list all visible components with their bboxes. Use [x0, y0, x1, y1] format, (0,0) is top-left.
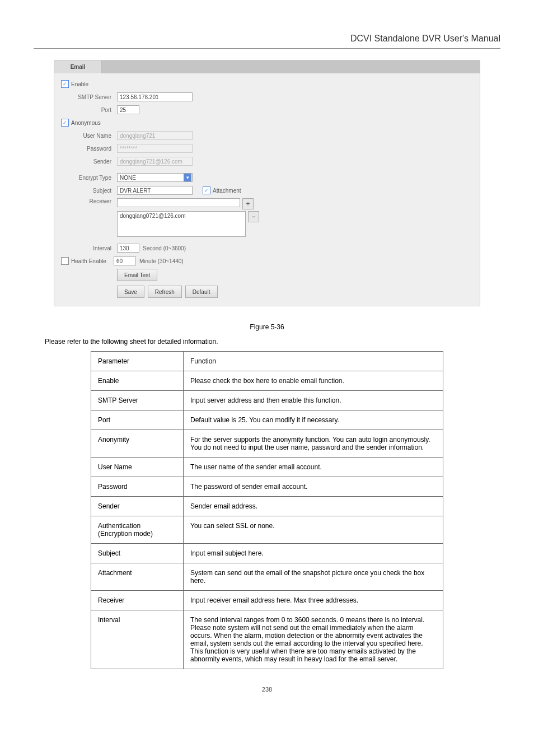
interval-unit: Second (0~3600)	[143, 245, 186, 251]
func-cell: Please check the box here to enable emai…	[184, 371, 443, 391]
param-cell: SMTP Server	[91, 391, 184, 410]
table-row: AnonymityFor the server supports the ano…	[91, 430, 443, 458]
table-row: SenderSender email address.	[91, 497, 443, 516]
subject-label: Subject	[61, 188, 117, 194]
save-button[interactable]: Save	[117, 286, 144, 298]
param-cell: Receiver	[91, 591, 184, 610]
encrypt-label: Encrypt Type	[61, 175, 117, 181]
func-cell: Input server address and then enable thi…	[184, 391, 443, 410]
pass-label: Password	[61, 146, 117, 152]
param-cell: Authentication (Encryption mode)	[91, 516, 184, 544]
func-cell: For the server supports the anonymity fu…	[184, 430, 443, 458]
figure-caption: Figure 5-36	[0, 323, 534, 331]
param-cell: Attachment	[91, 563, 184, 591]
health-checkbox[interactable]	[61, 257, 69, 265]
table-row: AttachmentSystem can send out the email …	[91, 563, 443, 591]
refresh-button[interactable]: Refresh	[148, 286, 182, 298]
add-receiver-button[interactable]: +	[242, 198, 254, 209]
table-row: IntervalThe send interval ranges from 0 …	[91, 610, 443, 669]
param-cell: Sender	[91, 497, 184, 516]
func-cell: You can select SSL or none.	[184, 516, 443, 544]
receiver-input[interactable]	[117, 198, 240, 207]
tab-email[interactable]: Email	[54, 60, 102, 73]
func-cell: Input receiver email address here. Max t…	[184, 591, 443, 610]
table-row: SMTP ServerInput server address and then…	[91, 391, 443, 410]
table-row: PortDefault value is 25. You can modify …	[91, 410, 443, 430]
anon-checkbox[interactable]: ✓	[61, 119, 69, 127]
table-row: Authentication (Encryption mode)You can …	[91, 516, 443, 544]
param-cell: Password	[91, 477, 184, 497]
anon-row: ✓ Anonymous	[61, 118, 473, 128]
param-cell: Subject	[91, 544, 184, 563]
table-row: PasswordThe password of sender email acc…	[91, 477, 443, 497]
form-area: ✓ Enable SMTP Server Port ✓ Anonymous Us…	[54, 73, 480, 306]
func-cell: The send interval ranges from 0 to 3600 …	[184, 610, 443, 669]
func-cell: The user name of the sender email accoun…	[184, 458, 443, 477]
smtp-label: SMTP Server	[61, 94, 117, 100]
user-input[interactable]	[117, 131, 193, 140]
tab-spacer	[102, 60, 480, 73]
table-row: EnablePlease check the box here to enabl…	[91, 371, 443, 391]
page-number: 238	[0, 686, 534, 693]
table-row: SubjectInput email subject here.	[91, 544, 443, 563]
func-cell: Input email subject here.	[184, 544, 443, 563]
receiver-list[interactable]: dongqiang0721@126.com	[117, 211, 246, 237]
encrypt-select[interactable]	[117, 173, 193, 182]
tab-row: Email	[54, 60, 480, 73]
param-cell: Enable	[91, 371, 184, 391]
default-button[interactable]: Default	[185, 286, 218, 298]
receiver-label: Receiver	[61, 198, 117, 204]
sender-label: Sender	[61, 158, 117, 165]
attachment-label: Attachment	[213, 188, 241, 194]
email-config-screenshot: Email ✓ Enable SMTP Server Port ✓ Anonym…	[54, 60, 480, 306]
health-unit: Minute (30~1440)	[139, 258, 184, 264]
interval-label: Interval	[61, 245, 117, 251]
func-cell: The password of sender email account.	[184, 477, 443, 497]
port-input[interactable]	[117, 105, 139, 114]
func-cell: Sender email address.	[184, 497, 443, 516]
anon-label: Anonymous	[71, 120, 101, 126]
subject-input[interactable]	[117, 186, 193, 195]
page-header-title: DCVI Standalone DVR User's Manual	[0, 0, 534, 48]
health-input[interactable]	[114, 256, 136, 265]
sender-input[interactable]	[117, 157, 193, 166]
parameter-table: Parameter Function EnablePlease check th…	[91, 351, 443, 669]
enable-row: ✓ Enable	[61, 79, 473, 89]
chevron-down-icon[interactable]: ▾	[184, 174, 191, 181]
param-cell: Port	[91, 410, 184, 430]
enable-label: Enable	[71, 81, 88, 87]
smtp-input[interactable]	[117, 92, 193, 101]
enable-checkbox[interactable]: ✓	[61, 80, 69, 88]
intro-text: Please refer to the following sheet for …	[45, 338, 489, 346]
header-rule	[34, 48, 500, 49]
param-cell: User Name	[91, 458, 184, 477]
func-cell: System can send out the email of the sna…	[184, 563, 443, 591]
pass-input[interactable]	[117, 144, 193, 153]
param-cell: Anonymity	[91, 430, 184, 458]
health-label: Health Enable	[71, 258, 114, 264]
table-row: User NameThe user name of the sender ema…	[91, 458, 443, 477]
remove-receiver-button[interactable]: −	[248, 211, 259, 222]
interval-input[interactable]	[117, 244, 139, 253]
user-label: User Name	[61, 133, 117, 139]
attachment-checkbox[interactable]: ✓	[203, 186, 210, 194]
port-label: Port	[61, 107, 117, 113]
param-cell: Interval	[91, 610, 184, 669]
email-test-button[interactable]: Email Test	[117, 269, 157, 281]
table-head-func: Function	[184, 352, 443, 371]
table-row: ReceiverInput receiver email address her…	[91, 591, 443, 610]
func-cell: Default value is 25. You can modify it i…	[184, 410, 443, 430]
table-head-param: Parameter	[91, 352, 184, 371]
